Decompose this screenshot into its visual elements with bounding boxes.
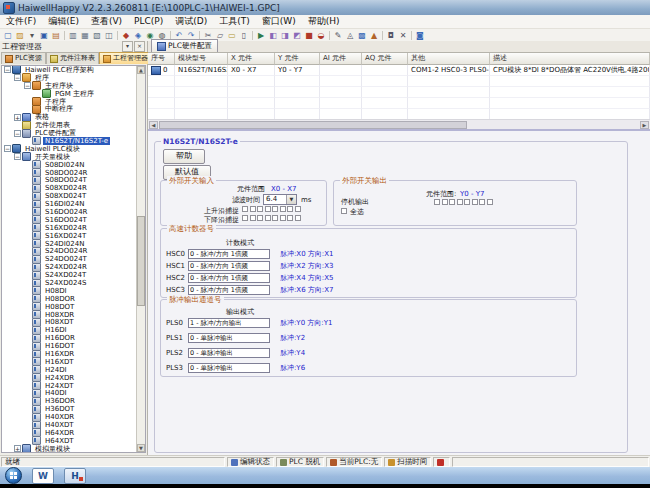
hsc-mode-input[interactable] (188, 249, 270, 259)
tree-item-label[interactable]: H16XDT (43, 358, 76, 366)
run-icon[interactable]: ▶ (255, 30, 267, 41)
tree-row[interactable]: S24XD024R (2, 263, 145, 271)
tree-row[interactable]: H36DOT (2, 405, 145, 413)
tree-item-label[interactable]: S16DI024N (43, 200, 86, 208)
step-icon[interactable]: ◨ (279, 30, 291, 41)
rising-edge-checkbox[interactable] (287, 206, 293, 212)
tree-item-label[interactable]: S24XD024T (43, 271, 88, 279)
tree-item-label[interactable]: N16S2T/N16S2T-e (43, 137, 110, 145)
output-checkbox[interactable] (479, 199, 485, 205)
expander-icon[interactable]: − (24, 82, 31, 89)
tree-item-label[interactable]: H16DOT (43, 342, 76, 350)
output-checkbox[interactable] (472, 199, 478, 205)
tree-item-label[interactable]: S24XD024R (43, 263, 89, 271)
falling-edge-checkbox[interactable] (272, 215, 278, 221)
tree-item-label[interactable]: S08DO024R (43, 169, 89, 177)
library-icon[interactable]: ◙ (414, 30, 426, 41)
scroll-up-icon[interactable]: ▲ (137, 66, 145, 74)
zoom-icon[interactable]: ◬ (344, 30, 356, 41)
table-row[interactable]: 0N16S2T/N16S2T-eX0 - X7Y0 - Y7COM1-2 HSC… (148, 65, 650, 76)
tree-item-label[interactable]: S08XD024R (43, 184, 89, 192)
tree-row[interactable]: H08DI (2, 287, 145, 295)
tree-row[interactable]: H40DI (2, 390, 145, 398)
tree-item-label[interactable]: H24XDR (43, 374, 76, 382)
output-checkbox[interactable] (457, 199, 463, 205)
hsc-mode-input[interactable] (188, 273, 270, 283)
expander-icon[interactable]: − (14, 153, 21, 160)
tree-row[interactable]: −主程序块 (2, 82, 145, 90)
hsc-mode-input[interactable] (188, 285, 270, 295)
output-checkbox[interactable] (487, 199, 493, 205)
tree-row[interactable]: N16S2T/N16S2T-e (2, 137, 145, 145)
tree-item-label[interactable]: S16XD024T (43, 232, 88, 240)
tree-item-label[interactable]: S16DO024T (43, 216, 89, 224)
panel-tab-工程管理器[interactable]: 工程管理器 (99, 52, 152, 64)
close-icon[interactable]: × (134, 41, 145, 52)
chevron-down-icon[interactable]: ▼ (286, 195, 296, 204)
tree-row[interactable]: 子程序 (2, 98, 145, 106)
tree-item-label[interactable]: H36DOR (43, 397, 77, 405)
tree-row[interactable]: H16XDR (2, 350, 145, 358)
tree-item-label[interactable]: S08DO024T (43, 176, 89, 184)
tree-item-label[interactable]: H40XDR (43, 413, 76, 421)
debug-icon[interactable]: ◧ (267, 30, 279, 41)
tree-row[interactable]: H40XDT (2, 421, 145, 429)
expander-icon[interactable]: − (14, 74, 21, 81)
tab-plc-hardware-config[interactable]: PLC硬件配置 (151, 39, 218, 52)
page-setup-icon[interactable]: ▧ (91, 30, 103, 41)
new-file-icon[interactable]: ▢ (2, 30, 14, 41)
tree-row[interactable]: S24DO024T (2, 255, 145, 263)
column-header[interactable]: 模块型号 (175, 53, 228, 65)
tree-row[interactable]: S24XD024S (2, 279, 145, 287)
tree-item-label[interactable]: H08DI (43, 287, 69, 295)
falling-edge-checkbox[interactable] (250, 215, 256, 221)
tree-row[interactable]: H08XDT (2, 319, 145, 327)
expander-icon[interactable]: + (14, 445, 21, 452)
close-doc-icon[interactable]: ✕ (397, 30, 409, 41)
tree-item-label[interactable]: S24DO024T (43, 255, 89, 263)
lock-icon[interactable]: ◘ (385, 30, 397, 41)
tree-item-label[interactable]: S16DO024R (43, 208, 89, 216)
scroll-down-icon[interactable]: ▼ (137, 444, 145, 452)
tree-row[interactable]: PGM 主程序 (2, 90, 145, 98)
tree-item-label[interactable]: H40DI (43, 389, 69, 397)
tree-item-label[interactable]: S08DI024N (43, 161, 86, 169)
tree-row[interactable]: H64XDR (2, 429, 145, 437)
tree-row[interactable]: H36DOR (2, 397, 145, 405)
tree-item-label[interactable]: S24DO024R (43, 247, 89, 255)
chart-icon[interactable]: ▲ (368, 30, 380, 41)
tree-row[interactable]: H16DOT (2, 342, 145, 350)
save-icon[interactable]: ▣ (38, 30, 50, 41)
compile-icon[interactable]: ◒ (315, 30, 327, 41)
pls-mode-input[interactable] (188, 318, 270, 328)
tree-item-label[interactable]: H08XDR (43, 311, 76, 319)
tree-item-label[interactable]: 元件使用表 (33, 121, 72, 129)
scroll-thumb[interactable] (137, 216, 145, 306)
output-checkbox[interactable] (442, 199, 448, 205)
tree-row[interactable]: S08DO024T (2, 176, 145, 184)
tree-row[interactable]: −开关量模块 (2, 153, 145, 161)
menu-item[interactable]: 文件(F) (0, 15, 42, 28)
tree-row[interactable]: −PLC硬件配置 (2, 129, 145, 137)
tree-row[interactable]: S08XD024T (2, 192, 145, 200)
tree-item-label[interactable]: S16XD024R (43, 224, 89, 232)
tree-row[interactable]: H16DI (2, 326, 145, 334)
tree-item-label[interactable]: H36DOT (43, 405, 76, 413)
tree-row[interactable]: H24XDT (2, 382, 145, 390)
tree-item-label[interactable]: H64XDR (43, 429, 76, 437)
tree-row[interactable]: H16XDT (2, 358, 145, 366)
pls-mode-input[interactable] (188, 333, 270, 343)
tree-item-label[interactable]: Haiwell PLC程序架构 (23, 66, 96, 74)
tree-row[interactable]: H24DI (2, 366, 145, 374)
panel-tab-PLC资源[interactable]: PLC资源 (1, 52, 46, 64)
tree-scrollbar[interactable]: ▲ ▼ (136, 66, 145, 452)
expander-icon[interactable]: − (14, 130, 21, 137)
expander-icon[interactable]: + (14, 114, 21, 121)
print-icon[interactable]: ▥ (67, 30, 79, 41)
output-checkbox[interactable] (434, 199, 440, 205)
tree-row[interactable]: S16DO024R (2, 208, 145, 216)
rising-edge-checkbox[interactable] (295, 206, 301, 212)
column-header[interactable]: AI 元件 (320, 53, 362, 65)
tree-row[interactable]: S08XD024R (2, 184, 145, 192)
open-file-icon[interactable]: ▨ (14, 30, 26, 41)
